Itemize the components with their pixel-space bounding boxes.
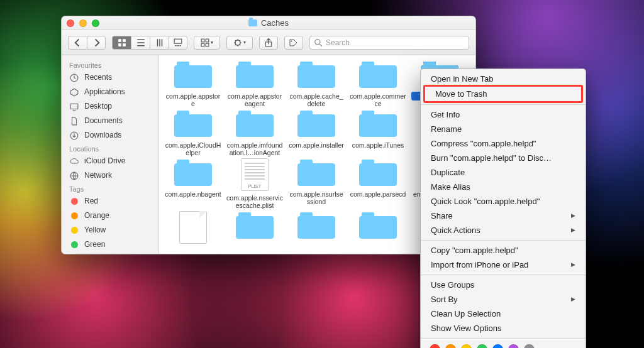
sidebar-item[interactable]: Blue — [62, 252, 158, 254]
context-item-label: Show View Options — [431, 323, 502, 334]
nav-buttons — [68, 36, 106, 50]
item-label — [164, 247, 223, 249]
context-item[interactable]: Get Info — [421, 107, 586, 122]
folder-item[interactable] — [225, 211, 285, 249]
folder-item[interactable]: com.apple.nsurlsessiond — [286, 158, 347, 210]
back-button[interactable] — [68, 36, 87, 50]
context-item[interactable]: Make Alias — [421, 180, 586, 194]
folder-item[interactable]: com.apple.installer — [286, 109, 347, 157]
tag-color-icon[interactable] — [524, 344, 535, 348]
item-label — [348, 242, 408, 244]
folder-icon — [297, 60, 335, 88]
context-item-label: Clean Up Selection — [431, 308, 501, 319]
folder-item[interactable]: com.apple.iCloudHelper — [163, 109, 223, 157]
list-view-button[interactable] — [131, 36, 150, 50]
context-item-move-to-trash[interactable]: Move to Trash — [425, 87, 581, 101]
tag-color-icon[interactable] — [445, 344, 456, 348]
context-item[interactable]: Open in New Tab — [421, 72, 586, 86]
plist-item[interactable]: com.apple.nsservicescache.plist — [225, 158, 285, 210]
column-view-button[interactable] — [150, 36, 169, 50]
sidebar-item-label: Network — [84, 170, 112, 182]
folder-item[interactable]: com.apple.iTunes — [348, 109, 408, 157]
context-item-label: Burn "com.apple.helpd" to Disc… — [431, 153, 552, 163]
folder-item[interactable] — [286, 211, 347, 249]
sidebar-item[interactable]: Yellow — [62, 223, 158, 237]
sidebar-item-label: iCloud Drive — [84, 155, 125, 167]
sidebar-item[interactable]: iCloud Drive — [62, 154, 158, 168]
folder-item[interactable]: com.apple.appstore — [163, 60, 223, 108]
context-item[interactable]: Duplicate — [421, 165, 586, 180]
folder-item[interactable]: com.apple.imfoundation.I…ionAgent — [225, 109, 285, 157]
folder-item[interactable]: com.apple.cache_delete — [286, 60, 347, 108]
context-item[interactable]: Import from iPhone or iPad — [421, 258, 586, 272]
close-icon[interactable] — [67, 19, 74, 27]
folder-item[interactable]: com.apple.nbagent — [163, 158, 223, 210]
icon-view-button[interactable] — [112, 36, 131, 50]
sidebar-item[interactable]: Documents — [62, 114, 158, 128]
sidebar-item[interactable]: Downloads — [62, 128, 158, 143]
sidebar-item[interactable]: Orange — [62, 209, 158, 223]
folder-item[interactable]: com.apple.parsecd — [348, 158, 408, 210]
context-item[interactable]: Share — [421, 209, 586, 223]
file-item[interactable] — [163, 211, 223, 249]
folder-item[interactable] — [348, 211, 408, 249]
gallery-view-button[interactable] — [169, 36, 187, 50]
context-item[interactable]: Copy "com.apple.helpd" — [421, 243, 586, 258]
group-button[interactable]: ▾ — [194, 36, 220, 50]
sidebar-item[interactable]: Red — [62, 194, 158, 209]
sidebar-item[interactable]: Green — [62, 237, 158, 252]
item-label: com.apple.nbagent — [164, 190, 223, 198]
context-item[interactable]: Quick Actions — [421, 223, 586, 237]
item-label: com.apple.parsecd — [348, 190, 408, 198]
context-item[interactable]: Show View Options — [421, 321, 586, 335]
action-button[interactable]: ▾ — [226, 36, 253, 50]
sidebar-item[interactable]: Recents — [62, 70, 158, 85]
svg-rect-0 — [118, 39, 121, 42]
tag-color-icon[interactable] — [508, 344, 519, 348]
sidebar-item[interactable]: Network — [62, 168, 158, 183]
minimize-icon[interactable] — [79, 19, 87, 27]
sidebar-item[interactable]: Desktop — [62, 99, 158, 114]
item-label: com.apple.appstore — [164, 92, 223, 108]
svg-rect-5 — [201, 39, 204, 42]
context-item-label: Compress "com.apple.helpd" — [431, 138, 536, 149]
context-item[interactable]: Burn "com.apple.helpd" to Disc… — [421, 151, 586, 165]
item-label: com.apple.cache_delete — [287, 92, 346, 108]
zoom-icon[interactable] — [92, 19, 99, 27]
item-label — [287, 242, 346, 244]
folder-icon — [359, 211, 397, 239]
context-item[interactable]: Quick Look "com.apple.helpd" — [421, 194, 586, 209]
window-title: Caches — [261, 18, 289, 28]
context-item-label: Move to Trash — [435, 89, 487, 99]
tag-color-icon[interactable] — [492, 344, 503, 348]
tags-button[interactable] — [284, 36, 303, 50]
context-item-label: Duplicate — [431, 167, 465, 178]
item-label: com.apple.commerce — [348, 92, 408, 108]
folder-item[interactable]: com.apple.commerce — [348, 60, 408, 108]
view-mode-buttons — [112, 36, 187, 50]
search-input[interactable]: Search — [309, 36, 469, 50]
context-item[interactable]: Sort By — [421, 292, 586, 307]
context-item[interactable]: Use Groups — [421, 278, 586, 292]
tag-color-icon[interactable] — [430, 344, 440, 348]
context-item[interactable]: Compress "com.apple.helpd" — [421, 136, 586, 151]
context-item-label: Quick Actions — [431, 225, 480, 236]
share-button[interactable] — [259, 36, 278, 50]
plist-icon — [241, 158, 269, 191]
folder-icon — [297, 109, 335, 137]
window-controls — [67, 19, 99, 27]
finder-window: Caches — [61, 16, 476, 254]
forward-button[interactable] — [87, 36, 106, 50]
sidebar-item-label: Blue — [84, 253, 99, 254]
folder-item[interactable]: com.apple.appstoreagent — [225, 60, 285, 108]
context-item-label: Get Info — [431, 109, 460, 120]
context-item[interactable]: Rename — [421, 122, 586, 136]
context-item-label: Import from iPhone or iPad — [431, 259, 528, 270]
sidebar-item[interactable]: Applications — [62, 85, 158, 99]
folder-icon — [174, 158, 212, 186]
context-item[interactable]: Clean Up Selection — [421, 307, 586, 321]
tag-color-icon[interactable] — [461, 344, 472, 348]
tag-color-icon[interactable] — [477, 344, 487, 348]
context-menu[interactable]: Open in New TabMove to TrashGet InfoRena… — [420, 68, 586, 348]
tag-dot-icon — [69, 197, 79, 207]
